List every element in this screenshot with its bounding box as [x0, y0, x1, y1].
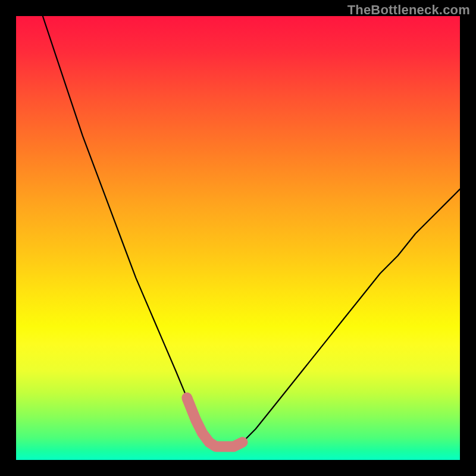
highlight-segment-path [187, 398, 242, 447]
chart-frame: TheBottleneck.com [0, 0, 476, 476]
bottleneck-curve-path [43, 16, 460, 447]
plot-area [16, 16, 460, 460]
curve-overlay [16, 16, 460, 460]
